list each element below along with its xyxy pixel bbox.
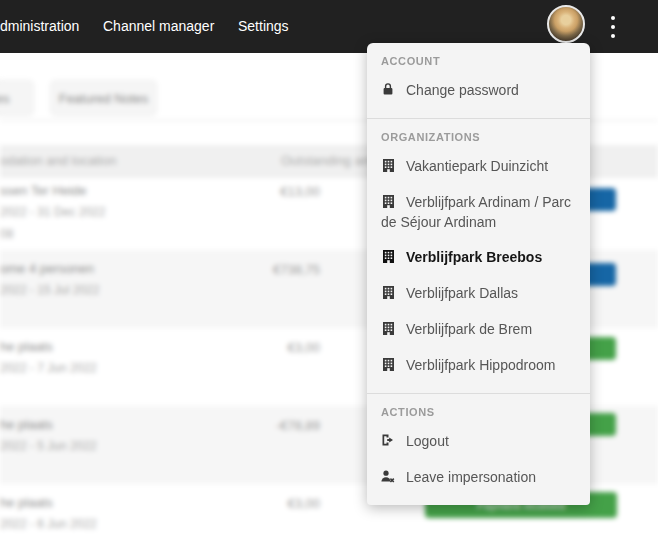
tab-featured-notes[interactable]: Featured Notes [50,80,157,116]
menu-item-org-ardinam[interactable]: Verblijfpark Ardinam / Parc de Séjour Ar… [367,185,590,240]
building-icon [381,285,395,304]
menu-item-label: Verblijfpark Hippodroom [406,357,555,373]
menu-item-change-password[interactable]: Change password [367,73,590,109]
menu-item-org-dallas[interactable]: Verblijfpark Dallas [367,276,590,312]
row-amount: €3,00 [0,340,320,355]
menu-item-label: Verblijfpark Breebos [406,249,542,265]
column-header-accommodation: odation and location [0,153,116,168]
row-amount: €738,75 [0,262,320,277]
app-window: tures Featured Notes odation and locatio… [0,0,658,543]
row-amount: €13,00 [0,184,320,199]
menu-item-label: Logout [406,433,449,449]
account-dropdown-menu: ACCOUNT Change password ORGANIZATIONS Va… [367,43,590,505]
row-dates: 2022 - 31 Dec 2022 [0,205,105,219]
building-icon [381,321,395,340]
row-dates: 2022 - 5 Jun 2022 [0,439,97,453]
menu-item-org-breebos[interactable]: Verblijfpark Breebos [367,240,590,276]
menu-item-org-hippodroom[interactable]: Verblijfpark Hippodroom [367,348,590,384]
menu-item-leave-impersonation[interactable]: Leave impersonation [367,460,590,496]
leave-impersonation-icon [381,469,395,488]
row-dates: 2022 - 6 Jun 2022 [0,517,97,531]
menu-item-label: Vakantiepark Duinzicht [406,158,548,174]
column-header-outstanding: Outstanding am [281,153,373,168]
menu-item-label: Change password [406,82,519,98]
menu-item-label: Verblijfpark Ardinam / Parc de Séjour Ar… [381,194,571,230]
section-header: ACTIONS [381,405,576,420]
menu-item-label: Verblijfpark Dallas [406,285,518,301]
menu-item-label: Leave impersonation [406,469,536,485]
logout-icon [381,433,395,452]
section-header: ACCOUNT [381,54,576,69]
dropdown-section-organizations: ORGANIZATIONS Vakantiepark Duinzicht Ver… [367,118,590,393]
menu-item-logout[interactable]: Logout [367,424,590,460]
building-icon [381,249,395,268]
nav-item-settings[interactable]: Settings [238,0,289,53]
row-amount: €3,00 [0,496,320,511]
user-avatar[interactable] [547,5,585,43]
dropdown-section-account: ACCOUNT Change password [367,43,590,118]
nav-item-administration[interactable]: dministration [0,0,79,53]
lock-icon [381,82,395,101]
nav-item-channel-manager[interactable]: Channel manager [103,0,214,53]
tab-label: tures [0,91,9,106]
building-icon [381,357,395,376]
tab-label: Featured Notes [59,91,149,106]
kebab-menu-icon[interactable] [606,14,620,40]
building-icon [381,194,395,213]
section-header: ORGANIZATIONS [381,130,576,145]
building-icon [381,158,395,177]
dropdown-section-actions: ACTIONS Logout Leave impersonation [367,393,590,505]
menu-item-org-duinzicht[interactable]: Vakantiepark Duinzicht [367,149,590,185]
row-dates: 2022 - 15 Jul 2022 [0,283,99,297]
row-amount: -€78,89 [0,418,320,433]
menu-item-label: Verblijfpark de Brem [406,321,532,337]
row-dates: 2022 - 7 Jun 2022 [0,361,97,375]
tab-cropped[interactable]: tures [0,80,34,116]
menu-item-org-de-brem[interactable]: Verblijfpark de Brem [367,312,590,348]
row-ref: 08 [0,227,13,241]
